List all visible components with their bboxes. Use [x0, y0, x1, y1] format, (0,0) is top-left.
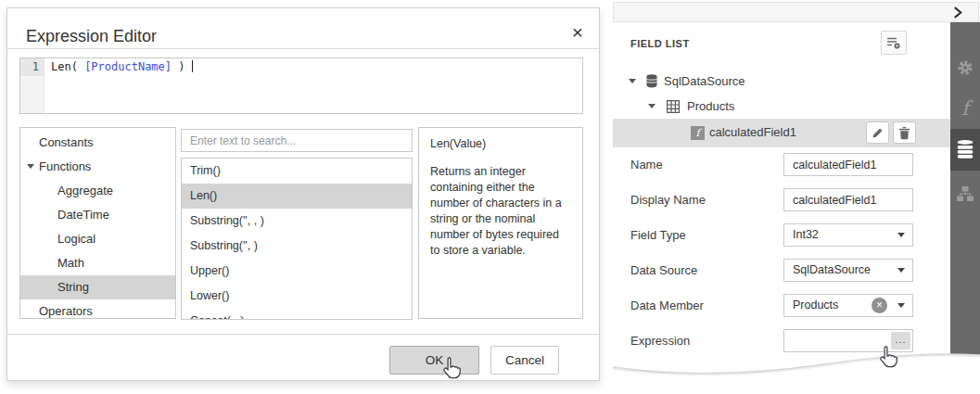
chevron-down-icon — [897, 268, 905, 273]
code-suffix: ) — [172, 60, 185, 73]
close-icon[interactable]: × — [572, 22, 583, 42]
category-label: Math — [57, 256, 84, 270]
expression-label: Expression — [630, 334, 690, 348]
category-label: Aggregate — [57, 184, 113, 197]
function-description-panel: Len(Value) Returns an integer containing… — [418, 127, 583, 319]
tree-node-label: calculatedField1 — [709, 125, 796, 139]
trash-icon — [898, 126, 910, 140]
delete-field-button[interactable] — [893, 121, 916, 144]
designer-sidebar: f — [950, 22, 980, 367]
function-icon: f — [961, 97, 969, 120]
sidebar-tab-expressions[interactable]: f — [950, 87, 980, 129]
field-type-value: Int32 — [793, 228, 819, 241]
category-label: Operators — [39, 304, 93, 318]
function-search-input[interactable] — [181, 129, 413, 152]
gear-icon — [956, 58, 974, 77]
header-divider — [7, 48, 599, 49]
calculated-field-icon: f — [691, 126, 705, 140]
tree-node-products[interactable]: Products — [613, 95, 950, 119]
chevron-down-icon[interactable] — [629, 79, 636, 83]
category-label: Constants — [39, 135, 94, 149]
display-name-label: Display Name — [630, 193, 706, 207]
category-functions[interactable]: Functions — [20, 155, 175, 179]
data-source-dropdown[interactable]: SqlDataSource — [783, 259, 913, 282]
panel-collapse-bar[interactable] — [613, 2, 979, 22]
category-datetime[interactable]: DateTime — [20, 203, 175, 227]
text-caret — [192, 60, 193, 72]
footer-divider — [7, 334, 599, 335]
function-signature: Len(Value) — [430, 137, 571, 150]
chevron-down-icon[interactable] — [27, 164, 34, 169]
category-math[interactable]: Math — [20, 251, 175, 275]
ok-button[interactable]: OK — [389, 346, 479, 375]
category-aggregate[interactable]: Aggregate — [20, 179, 175, 203]
data-source-value: SqlDataSource — [793, 263, 871, 276]
category-label: String — [57, 280, 89, 294]
data-member-label: Data Member — [630, 299, 704, 312]
sidebar-tab-settings[interactable] — [950, 46, 980, 88]
category-label: Logical — [57, 232, 95, 246]
category-operators[interactable]: Operators — [20, 299, 175, 324]
category-label: Functions — [39, 159, 91, 173]
edit-field-button[interactable] — [866, 121, 889, 144]
list-settings-icon — [886, 36, 901, 50]
function-item-substring3[interactable]: Substring('', , ) — [182, 209, 412, 234]
category-string-selected[interactable]: String — [20, 275, 175, 299]
cancel-button[interactable]: Cancel — [490, 346, 559, 375]
sidebar-tab-report-structure[interactable] — [950, 172, 980, 214]
function-list: Trim() Len() Substring('', , ) Substring… — [181, 158, 413, 320]
data-source-label: Data Source — [630, 263, 697, 277]
category-constants[interactable]: Constants — [20, 131, 175, 155]
dialog-title: Expression Editor — [26, 27, 157, 46]
data-member-value: Products — [793, 299, 838, 311]
function-item-concat[interactable]: Concat( , ) — [182, 309, 412, 320]
panel-title: FIELD LIST — [630, 38, 690, 49]
line-number: 1 — [20, 58, 44, 76]
expression-editor-dialog: Expression Editor × 1 Len( [ProductName]… — [6, 7, 600, 381]
expression-field[interactable]: ... — [783, 329, 913, 352]
field-list-options-button[interactable] — [881, 31, 907, 55]
tree-node-label: SqlDataSource — [664, 74, 745, 88]
function-item-lower[interactable]: Lower() — [182, 284, 412, 309]
function-description: Returns an integer containing either the… — [430, 164, 571, 259]
line-number-gutter: 1 — [20, 58, 45, 113]
expression-code-editor[interactable]: 1 Len( [ProductName] ) — [19, 57, 583, 114]
chevron-right-icon[interactable] — [952, 6, 963, 19]
database-stack-icon — [957, 140, 974, 159]
name-label: Name — [630, 158, 663, 172]
hierarchy-icon — [957, 186, 974, 201]
tree-node-calculated-field-selected[interactable]: f calculatedField1 — [613, 119, 950, 147]
table-icon — [667, 100, 680, 113]
function-item-len-selected[interactable]: Len() — [182, 184, 412, 209]
expression-ellipsis-button[interactable]: ... — [891, 332, 910, 350]
field-type-dropdown[interactable]: Int32 — [783, 223, 913, 247]
field-type-label: Field Type — [630, 228, 686, 242]
expression-text[interactable]: Len( [ProductName] ) — [51, 58, 193, 76]
chevron-down-icon[interactable] — [648, 104, 655, 108]
display-name-field[interactable] — [783, 188, 913, 211]
chevron-down-icon — [897, 303, 905, 308]
field-list-panel: FIELD LIST SqlDataSource Products — [613, 0, 980, 394]
tree-node-datasource[interactable]: SqlDataSource — [613, 70, 950, 94]
category-label: DateTime — [57, 208, 109, 222]
pencil-icon — [872, 127, 884, 139]
name-field[interactable] — [783, 153, 913, 176]
screen: Expression Editor × 1 Len( [ProductName]… — [0, 0, 980, 394]
data-member-dropdown[interactable]: Products × — [783, 294, 913, 317]
function-item-substring2[interactable]: Substring('', ) — [182, 234, 412, 259]
code-field-reference: [ProductName] — [84, 60, 172, 73]
chevron-down-icon — [897, 233, 905, 237]
sidebar-tab-field-list-active[interactable] — [950, 129, 980, 171]
function-item-upper[interactable]: Upper() — [182, 259, 412, 284]
category-list: Constants Functions Aggregate DateTime L… — [19, 127, 176, 319]
tree-node-label: Products — [687, 99, 734, 113]
function-item-trim[interactable]: Trim() — [182, 159, 412, 184]
category-logical[interactable]: Logical — [20, 227, 175, 251]
database-icon — [646, 74, 657, 88]
clear-icon[interactable]: × — [872, 298, 887, 313]
code-prefix: Len( — [51, 60, 84, 73]
